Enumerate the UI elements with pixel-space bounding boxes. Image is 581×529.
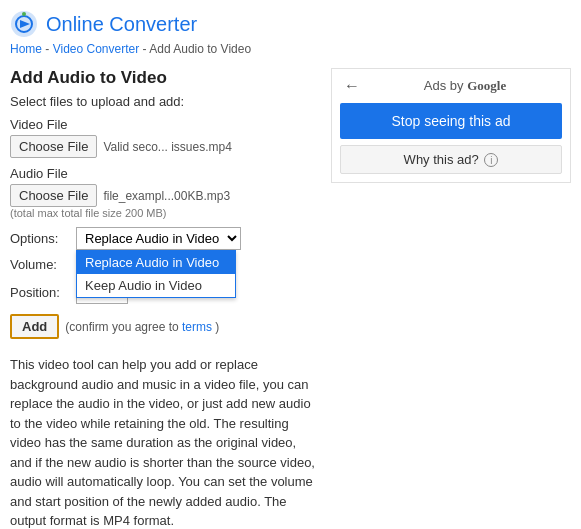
options-label: Options:: [10, 231, 70, 246]
options-row: Options: Replace Audio in Video Keep Aud…: [10, 227, 321, 250]
dropdown-item-keep[interactable]: Keep Audio in Video: [77, 274, 235, 297]
why-ad-label: Why this ad?: [404, 152, 479, 167]
confirm-text: (confirm you agree to terms ): [65, 320, 219, 334]
why-ad-button[interactable]: Why this ad? i: [340, 145, 562, 174]
breadcrumb-sep1: -: [45, 42, 52, 56]
audio-file-info: file_exampl...00KB.mp3: [103, 189, 230, 203]
volume-label: Volume:: [10, 257, 70, 272]
video-file-info: Valid seco... issues.mp4: [103, 140, 232, 154]
ads-google-label: Google: [467, 78, 506, 93]
ads-back-button[interactable]: ←: [340, 77, 364, 95]
ads-panel: ← Ads by Google Stop seeing this ad Why …: [331, 68, 571, 183]
stop-ad-button[interactable]: Stop seeing this ad: [340, 103, 562, 139]
description-text: This video tool can help you add or repl…: [10, 355, 321, 529]
audio-file-content: Choose File file_exampl...00KB.mp3: [10, 184, 321, 207]
app-icon: [10, 10, 38, 38]
ads-header: ← Ads by Google: [340, 77, 562, 95]
header: Online Converter: [10, 10, 571, 38]
confirm-text-after: ): [215, 320, 219, 334]
breadcrumb: Home - Video Converter - Add Audio to Vi…: [10, 42, 571, 56]
left-panel: Add Audio to Video Select files to uploa…: [10, 68, 321, 529]
breadcrumb-current: Add Audio to Video: [149, 42, 251, 56]
audio-file-row: Audio File Choose File file_exampl...00K…: [10, 166, 321, 219]
options-dropdown-container: Replace Audio in Video Keep Audio in Vid…: [76, 227, 241, 250]
add-row: Add (confirm you agree to terms ): [10, 314, 321, 339]
right-panel: ← Ads by Google Stop seeing this ad Why …: [331, 68, 571, 529]
app-title: Online Converter: [46, 13, 197, 36]
video-file-row: Video File Choose File Valid seco... iss…: [10, 117, 321, 158]
add-button[interactable]: Add: [10, 314, 59, 339]
file-size-hint: (total max total file size 200 MB): [10, 207, 321, 219]
audio-file-label: Audio File: [10, 166, 321, 181]
ads-by-label: Ads by: [424, 78, 464, 93]
info-icon: i: [484, 153, 498, 167]
page-title: Add Audio to Video: [10, 68, 321, 88]
dropdown-item-replace[interactable]: Replace Audio in Video: [77, 251, 235, 274]
breadcrumb-home[interactable]: Home: [10, 42, 42, 56]
main-layout: Add Audio to Video Select files to uploa…: [10, 68, 571, 529]
video-file-content: Choose File Valid seco... issues.mp4: [10, 135, 321, 158]
svg-point-2: [22, 12, 26, 16]
video-choose-file-button[interactable]: Choose File: [10, 135, 97, 158]
options-dropdown-menu: Replace Audio in Video Keep Audio in Vid…: [76, 250, 236, 298]
audio-choose-file-button[interactable]: Choose File: [10, 184, 97, 207]
options-select[interactable]: Replace Audio in Video Keep Audio in Vid…: [76, 227, 241, 250]
position-label: Position:: [10, 285, 70, 300]
terms-link[interactable]: terms: [182, 320, 212, 334]
ads-by-text: Ads by Google: [368, 78, 562, 94]
breadcrumb-video-converter[interactable]: Video Converter: [53, 42, 140, 56]
select-label: Select files to upload and add:: [10, 94, 321, 109]
confirm-text-before: (confirm you agree to: [65, 320, 178, 334]
video-file-label: Video File: [10, 117, 321, 132]
